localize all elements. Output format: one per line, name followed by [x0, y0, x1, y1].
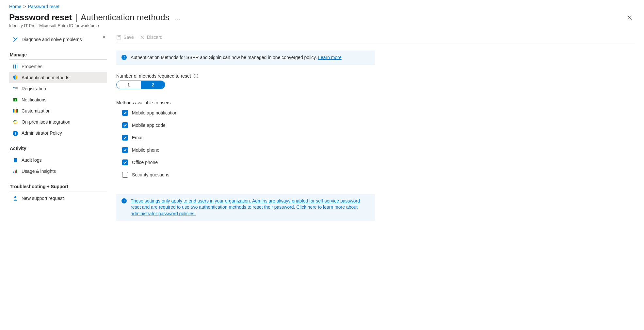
method-mobile-phone: Mobile phone	[122, 147, 635, 153]
method-app-code: Mobile app code	[122, 122, 635, 128]
person-support-icon	[12, 195, 18, 201]
sidebar-item-notifications[interactable]: ! Notifications	[9, 94, 107, 105]
method-label: Mobile app code	[132, 123, 166, 128]
num-methods-option-2[interactable]: 2	[141, 81, 165, 89]
method-office-phone: Office phone	[122, 159, 635, 165]
method-label: Mobile app notification	[132, 110, 177, 115]
sidebar: « Diagnose and solve problems Manage Pro…	[9, 34, 107, 221]
svg-rect-16	[13, 172, 14, 173]
sidebar-item-label: On-premises integration	[22, 119, 70, 125]
sidebar-item-label: Customization	[22, 108, 51, 113]
chevron-right-icon: >	[23, 4, 26, 9]
num-methods-toggle: 1 2	[116, 81, 165, 89]
sidebar-item-auth-methods[interactable]: Authentication methods	[9, 72, 107, 83]
sidebar-item-registration[interactable]: Registration	[9, 83, 107, 94]
methods-list: Mobile app notification Mobile app code …	[116, 110, 635, 178]
title-separator: |	[75, 12, 77, 22]
sidebar-item-label: Usage & insights	[22, 169, 56, 174]
svg-rect-17	[15, 171, 16, 173]
sidebar-item-label: Authentication methods	[22, 75, 69, 80]
shield-icon	[12, 75, 18, 81]
close-icon[interactable]	[624, 12, 635, 24]
info-banner-text: Authentication Methods for SSPR and Sign…	[131, 55, 318, 60]
svg-rect-21	[118, 35, 120, 37]
collapse-sidebar-icon[interactable]: «	[103, 34, 105, 39]
tooltip-icon[interactable]: i	[194, 74, 198, 78]
checkbox-app-code[interactable]	[122, 122, 128, 128]
info-icon: i	[121, 55, 127, 60]
discard-icon	[140, 35, 145, 40]
checkbox-mobile-phone[interactable]	[122, 147, 128, 153]
svg-rect-15	[14, 158, 14, 162]
more-actions-icon[interactable]: …	[173, 15, 183, 22]
palette-icon	[12, 108, 18, 114]
sidebar-item-audit-logs[interactable]: Audit logs	[9, 155, 107, 166]
svg-point-19	[14, 196, 16, 198]
method-label: Email	[132, 135, 143, 140]
svg-rect-13	[17, 109, 18, 112]
sidebar-item-onprem[interactable]: On-premises integration	[9, 116, 107, 128]
discard-button[interactable]: Discard	[140, 35, 162, 40]
admin-policy-link[interactable]: These settings only apply to end users i…	[131, 198, 360, 216]
main-content: Save Discard i Authentication Methods fo…	[107, 34, 635, 221]
command-bar: Save Discard	[116, 34, 635, 43]
method-label: Office phone	[132, 160, 158, 165]
info-banner-admin-note: i These settings only apply to end users…	[116, 194, 375, 221]
title-secondary: Authentication methods	[81, 12, 169, 22]
discard-button-label: Discard	[147, 35, 162, 40]
sidebar-item-label: Administrator Policy	[22, 130, 62, 136]
sidebar-item-label: New support request	[22, 196, 64, 201]
sidebar-item-customization[interactable]: Customization	[9, 105, 107, 116]
learn-more-link[interactable]: Learn more	[318, 55, 342, 60]
sliders-icon	[12, 64, 18, 69]
chart-icon	[12, 168, 18, 174]
info-icon: i	[12, 130, 18, 136]
num-methods-option-1[interactable]: 1	[117, 81, 141, 89]
sidebar-item-label: Diagnose and solve problems	[22, 37, 82, 42]
breadcrumb-current[interactable]: Password reset	[28, 4, 59, 9]
method-label: Security questions	[132, 172, 169, 177]
svg-rect-12	[16, 109, 17, 112]
book-icon	[12, 157, 18, 163]
checkbox-security-questions[interactable]	[122, 172, 128, 178]
checklist-icon	[12, 86, 18, 92]
sidebar-item-label: Notifications	[22, 97, 46, 102]
breadcrumb-home[interactable]: Home	[9, 4, 21, 9]
sidebar-group-support: Troubleshooting + Support	[9, 183, 107, 191]
title-primary: Password reset	[9, 12, 72, 22]
num-methods-field: Number of methods required to reset i 1 …	[116, 73, 635, 89]
alert-icon: !	[12, 97, 18, 103]
tenant-subtitle: Identity IT Pro - Microsoft Entra ID for…	[9, 23, 183, 28]
method-security-questions: Security questions	[122, 172, 635, 178]
sidebar-group-activity: Activity	[9, 144, 107, 153]
sidebar-item-label: Registration	[22, 86, 46, 91]
sidebar-item-usage[interactable]: Usage & insights	[9, 166, 107, 177]
sync-icon	[12, 119, 18, 125]
svg-rect-11	[14, 109, 15, 112]
wrench-icon	[12, 37, 18, 42]
method-label: Mobile phone	[132, 147, 159, 153]
svg-rect-10	[13, 109, 14, 112]
method-email: Email	[122, 135, 635, 141]
save-button[interactable]: Save	[116, 35, 134, 40]
checkbox-office-phone[interactable]	[122, 159, 128, 165]
sidebar-item-new-support[interactable]: New support request	[9, 193, 107, 204]
page-title: Password reset | Authentication methods …	[9, 12, 183, 22]
checkbox-email[interactable]	[122, 135, 128, 141]
sidebar-group-manage: Manage	[9, 51, 107, 60]
save-icon	[116, 35, 121, 40]
sidebar-item-label: Properties	[22, 64, 42, 69]
svg-text:!: !	[15, 98, 16, 101]
info-banner-converged: i Authentication Methods for SSPR and Si…	[116, 51, 375, 65]
checkbox-app-notification[interactable]	[122, 110, 128, 116]
svg-rect-18	[16, 170, 17, 173]
sidebar-item-diagnose[interactable]: Diagnose and solve problems	[9, 34, 107, 45]
sidebar-item-properties[interactable]: Properties	[9, 61, 107, 72]
save-button-label: Save	[123, 35, 134, 40]
breadcrumb: Home > Password reset	[9, 3, 635, 12]
num-methods-label: Number of methods required to reset	[116, 73, 191, 79]
sidebar-item-label: Audit logs	[22, 158, 41, 163]
sidebar-item-admin-policy[interactable]: i Administrator Policy	[9, 128, 107, 139]
method-app-notification: Mobile app notification	[122, 110, 635, 116]
svg-rect-20	[117, 35, 121, 39]
